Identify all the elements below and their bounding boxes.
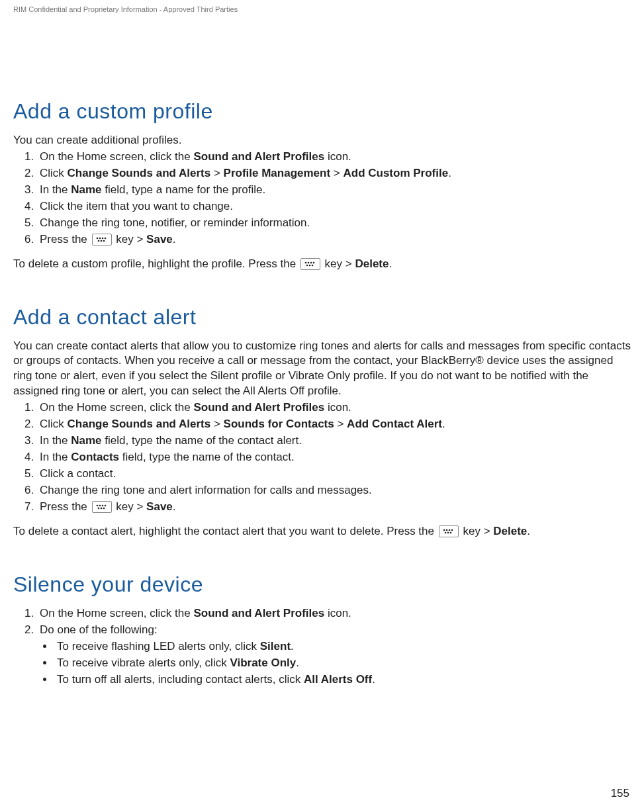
after-pre: To delete a custom profile, highlight th… — [13, 257, 299, 270]
intro-text: You can create contact alerts that allow… — [13, 339, 631, 400]
step-item: In the Contacts field, type the name of … — [37, 450, 631, 465]
page-number: 155 — [611, 787, 629, 800]
heading-silence-device: Silence your device — [13, 572, 631, 597]
svg-point-13 — [312, 265, 314, 267]
step-item: Change the ring tone, notifier, or remin… — [37, 216, 631, 231]
step-item: Click a contact. — [37, 467, 631, 482]
svg-point-15 — [99, 505, 101, 507]
svg-point-2 — [101, 238, 103, 240]
svg-point-8 — [308, 262, 310, 264]
step-text: field, type the name of the contact. — [119, 451, 295, 463]
step-bold: Sound and Alert Profiles — [193, 401, 324, 414]
svg-point-1 — [99, 238, 101, 240]
bullet-list: To receive flashing LED alerts only, cli… — [40, 639, 631, 688]
step-bold: Change Sounds and Alerts — [68, 167, 211, 179]
after-mid: key > — [460, 525, 494, 537]
svg-point-6 — [103, 240, 105, 242]
svg-point-9 — [310, 262, 312, 264]
bullet-bold: Silent — [260, 640, 291, 653]
step-text: . — [173, 233, 176, 246]
step-text: Press the — [40, 233, 91, 246]
step-text: On the Home screen, click the — [40, 150, 193, 163]
step-text: Do one of the following: — [40, 623, 158, 636]
step-text: icon. — [324, 607, 351, 619]
step-item: On the Home screen, click the Sound and … — [37, 400, 631, 416]
svg-point-19 — [100, 508, 102, 510]
bullet-item: To receive vibrate alerts only, click Vi… — [54, 656, 631, 671]
step-text: On the Home screen, click the — [40, 607, 193, 619]
bullet-text: To receive vibrate alerts only, click — [57, 656, 230, 669]
step-bold: Sound and Alert Profiles — [193, 607, 324, 619]
step-bold: Contacts — [71, 451, 119, 463]
after-mid: key > — [322, 257, 355, 270]
after-post: . — [389, 257, 392, 270]
step-text: . — [448, 167, 451, 179]
svg-point-21 — [443, 529, 445, 531]
svg-point-17 — [104, 505, 106, 507]
confidential-header: RIM Confidential and Proprietary Informa… — [13, 0, 631, 13]
step-bold: Sounds for Contacts — [224, 418, 334, 430]
bullet-text: . — [372, 673, 375, 686]
svg-point-3 — [104, 238, 106, 240]
menu-key-icon — [300, 258, 320, 270]
section-add-custom-profile: Add a custom profile You can create addi… — [13, 99, 631, 272]
step-text: In the — [40, 434, 71, 447]
bullet-text: . — [291, 640, 294, 653]
step-bold: Add Custom Profile — [343, 167, 448, 179]
step-text: Click — [40, 418, 68, 430]
step-item: In the Name field, type the name of the … — [37, 433, 631, 449]
menu-key-icon — [92, 501, 112, 513]
section-silence-device: Silence your device On the Home screen, … — [13, 572, 631, 688]
svg-point-20 — [103, 508, 105, 510]
page: RIM Confidential and Proprietary Informa… — [0, 0, 644, 812]
bullet-text: To receive flashing LED alerts only, cli… — [57, 640, 260, 653]
after-bold: Delete — [355, 257, 389, 270]
step-item: Do one of the following: To receive flas… — [37, 623, 631, 688]
bullet-item: To turn off all alerts, including contac… — [54, 672, 631, 688]
after-text: To delete a contact alert, highlight the… — [13, 524, 631, 539]
svg-point-14 — [96, 505, 98, 507]
step-item: Click the item that you want to change. — [37, 199, 631, 214]
bullet-bold: Vibrate Only — [230, 656, 296, 669]
step-text: > — [210, 167, 223, 179]
heading-add-custom-profile: Add a custom profile — [13, 99, 631, 124]
steps-list: On the Home screen, click the Sound and … — [13, 150, 631, 248]
svg-point-26 — [447, 532, 449, 534]
step-text: > — [210, 418, 223, 430]
step-text: In the — [40, 183, 71, 196]
step-item: Click Change Sounds and Alerts > Profile… — [37, 166, 631, 181]
step-text: icon. — [324, 150, 351, 163]
svg-point-25 — [444, 532, 446, 534]
step-bold: Save — [146, 233, 173, 246]
svg-point-12 — [309, 265, 311, 267]
steps-list: On the Home screen, click the Sound and … — [13, 606, 631, 688]
step-item: Press the key > Save. — [37, 232, 631, 248]
svg-point-22 — [445, 529, 447, 531]
step-item: On the Home screen, click the Sound and … — [37, 606, 631, 621]
step-text: field, type a name for the profile. — [102, 183, 266, 196]
step-item: On the Home screen, click the Sound and … — [37, 150, 631, 165]
svg-point-10 — [313, 262, 315, 264]
section-add-contact-alert: Add a contact alert You can create conta… — [13, 305, 631, 539]
bullet-item: To receive flashing LED alerts only, cli… — [54, 639, 631, 654]
step-text: key > — [113, 500, 147, 513]
svg-point-11 — [306, 265, 308, 267]
steps-list: On the Home screen, click the Sound and … — [13, 400, 631, 515]
step-bold: Name — [71, 183, 101, 196]
step-bold: Change Sounds and Alerts — [68, 418, 211, 430]
step-text: . — [442, 418, 445, 430]
step-item: Press the key > Save. — [37, 500, 631, 515]
bullet-text: . — [296, 656, 299, 669]
svg-point-27 — [449, 532, 451, 534]
step-item: Click Change Sounds and Alerts > Sounds … — [37, 417, 631, 432]
step-text: Click — [40, 167, 68, 179]
step-text: key > — [113, 233, 147, 246]
step-text: icon. — [324, 401, 351, 414]
menu-key-icon — [439, 525, 459, 537]
svg-point-24 — [451, 529, 453, 531]
step-text: > — [334, 418, 347, 430]
step-text: > — [330, 167, 343, 179]
svg-point-18 — [97, 508, 99, 510]
intro-text: You can create additional profiles. — [13, 133, 631, 148]
svg-point-7 — [305, 262, 307, 264]
